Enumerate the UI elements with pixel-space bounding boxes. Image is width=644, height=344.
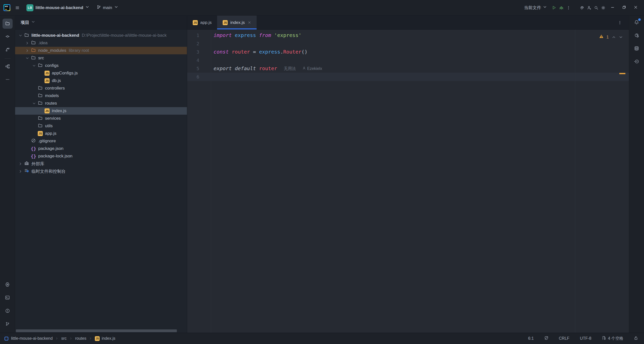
inspection-widget[interactable]: 1: [599, 33, 623, 41]
chevron-right-icon[interactable]: [24, 49, 30, 53]
line-separator-widget[interactable]: CRLF: [557, 336, 571, 341]
ai-chat-icon: [634, 33, 639, 38]
tree-item-icon: [37, 63, 43, 69]
run-config-selector[interactable]: 当前文件: [524, 5, 547, 11]
close-button[interactable]: [630, 3, 641, 13]
highlighting-level-widget[interactable]: [543, 336, 550, 341]
tree-item-label: src: [38, 56, 44, 61]
terminal-tool-button[interactable]: [3, 293, 13, 303]
breadcrumb-item[interactable]: routes: [75, 336, 86, 341]
close-tab-icon[interactable]: [248, 21, 251, 24]
code-editor[interactable]: import express from 'express'const route…: [211, 30, 629, 333]
restore-button[interactable]: [618, 3, 630, 13]
ai-swirl-icon: [580, 6, 584, 10]
tree-item-.idea[interactable]: .idea: [15, 39, 187, 47]
code-token: router: [232, 48, 250, 56]
horizontal-scrollbar[interactable]: [16, 329, 177, 332]
indent-widget[interactable]: 4 个空格: [600, 336, 625, 341]
tree-item-icon: [24, 33, 30, 38]
settings-button[interactable]: [600, 4, 607, 11]
tab-label: index.js: [230, 20, 245, 25]
pull-requests-tool-button[interactable]: [3, 45, 13, 55]
debug-button[interactable]: [558, 4, 565, 11]
tree-item-package-lock.json[interactable]: {}package-lock.json: [15, 152, 187, 160]
project-name: little-mouse-ai-backend: [35, 5, 83, 10]
project-selector[interactable]: LB little-mouse-ai-backend: [24, 3, 91, 13]
search-everywhere-button[interactable]: [593, 4, 600, 11]
tree-item-label: 外部库: [31, 161, 44, 167]
tree-item-configs[interactable]: configs: [15, 62, 187, 69]
tree-item-node_modules[interactable]: node_moduleslibrary root: [15, 47, 187, 54]
tree-item-appConfigs.js[interactable]: JSappConfigs.js: [15, 69, 187, 77]
chevron-down-icon[interactable]: [17, 34, 24, 37]
tab-index.js[interactable]: JSindex.js: [217, 16, 257, 29]
minimize-button[interactable]: [607, 3, 618, 13]
tab-options-button[interactable]: [616, 19, 623, 26]
tree-item-x[interactable]: 外部库: [15, 160, 187, 167]
tree-item-x[interactable]: 临时文件和控制台: [15, 167, 187, 175]
run-tool-button[interactable]: [3, 280, 13, 290]
code-line: const router = express.Router(): [214, 48, 629, 56]
tree-item-.gitignore[interactable]: .gitignore: [15, 137, 187, 145]
tab-app.js[interactable]: JSapp.js: [187, 16, 217, 29]
code-author-inlay-hint[interactable]: Ezekielx: [302, 64, 322, 73]
js-file-icon: JS: [223, 20, 228, 25]
chevron-right-icon[interactable]: [17, 169, 24, 173]
titlebar-left: WS LB little-mouse-ai-backend main: [0, 3, 120, 13]
encoding-widget[interactable]: UTF-8: [578, 336, 593, 341]
git-tool-button[interactable]: [3, 319, 13, 329]
run-button[interactable]: [550, 4, 558, 11]
code-token: [229, 48, 232, 56]
project-panel-header[interactable]: 项目: [15, 16, 187, 30]
breadcrumb-item[interactable]: src: [61, 336, 66, 341]
caret-position-widget[interactable]: 6:1: [527, 336, 535, 341]
continuous-run-tool-button[interactable]: [632, 57, 642, 67]
tree-item-little-mouse-ai-backend[interactable]: little-mouse-ai-backendD:\Project\little…: [15, 32, 187, 39]
next-warning-button[interactable]: [619, 35, 623, 39]
error-stripe-warning-mark[interactable]: [619, 73, 625, 74]
chevron-right-icon[interactable]: [17, 162, 24, 166]
breadcrumb-item[interactable]: JSindex.js: [95, 336, 115, 341]
readonly-toggle-widget[interactable]: [632, 336, 639, 341]
tree-item-routes[interactable]: routes: [15, 100, 187, 107]
chevron-down-icon[interactable]: [24, 56, 30, 60]
webstorm-logo-icon: WS: [4, 4, 10, 11]
main-menu-button[interactable]: [14, 4, 21, 11]
ai-assistant-button[interactable]: [579, 4, 586, 11]
tree-item-icon: [30, 40, 36, 46]
ai-assistant-tool-button[interactable]: [632, 31, 642, 41]
more-tool-windows-button[interactable]: [3, 75, 13, 85]
project-tool-button[interactable]: [3, 19, 13, 29]
tree-item-index.js[interactable]: JSindex.js: [15, 107, 187, 115]
code-line: [214, 73, 629, 81]
chevron-down-icon[interactable]: [31, 102, 37, 105]
restore-icon: [622, 5, 626, 10]
branch-selector[interactable]: main: [95, 4, 120, 12]
folder-icon: [31, 48, 36, 54]
tree-item-package.json[interactable]: {}package.json: [15, 145, 187, 152]
tree-item-services[interactable]: services: [15, 115, 187, 122]
editor-gutter[interactable]: 123456: [187, 30, 211, 333]
usages-inlay-hint[interactable]: 无用法: [284, 64, 296, 73]
editor[interactable]: 123456 import express from 'express'cons…: [187, 30, 629, 333]
tree-item-db.js[interactable]: JSdb.js: [15, 77, 187, 84]
tree-item-icon: [37, 123, 43, 129]
tree-item-controllers[interactable]: controllers: [15, 84, 187, 92]
commit-tool-button[interactable]: [3, 32, 13, 42]
chevron-right-icon[interactable]: [24, 41, 30, 45]
tree-item-icon: [24, 168, 30, 174]
notifications-button[interactable]: [632, 18, 642, 28]
structure-tool-button[interactable]: [3, 62, 13, 72]
chevron-down-icon[interactable]: [31, 64, 37, 68]
breadcrumb-item[interactable]: little-mouse-ai-backend: [11, 336, 53, 341]
tree-item-app.js[interactable]: JSapp.js: [15, 130, 187, 137]
tree-item-src[interactable]: src: [15, 54, 187, 62]
problems-tool-button[interactable]: [3, 306, 13, 316]
prev-warning-button[interactable]: [612, 35, 616, 39]
code-with-me-button[interactable]: [586, 4, 593, 11]
more-actions-button[interactable]: [565, 4, 572, 11]
main-area: 项目 little-mouse-ai-backendD:\Project\lit…: [0, 16, 644, 333]
database-tool-button[interactable]: [632, 44, 642, 54]
tree-item-utils[interactable]: utils: [15, 122, 187, 130]
tree-item-models[interactable]: models: [15, 92, 187, 100]
